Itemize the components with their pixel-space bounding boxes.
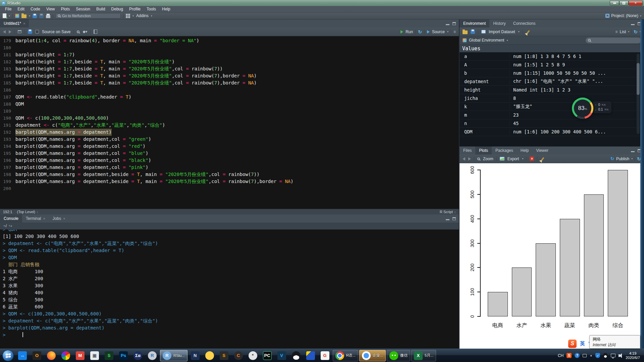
code-line-181[interactable]: 181barplot(height = 1:7) — [0, 51, 459, 58]
environment-scrollbar-thumb[interactable] — [637, 63, 640, 95]
next-plot-icon[interactable] — [468, 157, 471, 161]
sogou-ime-logo[interactable]: S — [568, 340, 577, 348]
plots-minimize-pane-icon[interactable] — [631, 149, 635, 152]
remove-plot-icon[interactable]: × — [530, 157, 534, 161]
console-maximize-pane-icon[interactable] — [452, 217, 456, 220]
doc-type-indicator[interactable]: R Script — [440, 210, 453, 214]
security-shield-icon[interactable]: ✓ — [595, 353, 600, 358]
taskbar-rstudio[interactable]: RRStu... — [160, 350, 187, 361]
code-line-197[interactable]: 197barplot(QDM,names.arg = depatment,col… — [0, 164, 459, 171]
environment-search-box[interactable] — [586, 38, 641, 43]
scope-indicator[interactable]: (Top Level) — [17, 210, 35, 214]
taskbar-spss[interactable]: Σα — [131, 350, 145, 362]
forward-icon[interactable] — [9, 30, 11, 34]
code-line-185[interactable]: 185barplot(height = 1:7,beside = T, main… — [0, 79, 459, 86]
environment-minimize-pane-icon[interactable] — [631, 22, 635, 25]
code-line-192[interactable]: 192barplot(QDM,names.arg = depatment) — [0, 129, 459, 136]
env-row-b[interactable]: bnum [1:15] 1000 50 50 50 50 50 ... — [460, 69, 644, 77]
publish-button[interactable]: Publish — [616, 157, 629, 161]
bar-水果[interactable] — [536, 243, 556, 317]
taskbar-utorrent[interactable]: C — [232, 350, 245, 362]
taskbar-picasa[interactable] — [59, 350, 72, 362]
document-outline-icon[interactable]: ≡ — [453, 29, 456, 34]
console-tab-terminal[interactable]: Terminal× — [22, 215, 49, 223]
taskbar-web-tool[interactable]: * — [246, 350, 260, 362]
panes-layout-icon[interactable] — [126, 14, 130, 18]
import-dataset-dropdown[interactable]: ▾ — [518, 30, 520, 33]
code-line-196[interactable]: 196barplot(QDM,names.arg = depatment,col… — [0, 157, 459, 164]
console-tab-jobs[interactable]: Jobs× — [49, 215, 69, 223]
start-button[interactable] — [2, 350, 14, 361]
minimize-button[interactable] — [610, 1, 619, 6]
find-replace-icon[interactable] — [77, 31, 79, 33]
code-line-180[interactable]: 180 — [0, 44, 459, 51]
taskbar-chrome[interactable]: R语... — [333, 350, 358, 361]
taskbar-share[interactable]: S — [102, 350, 116, 362]
env-row-a[interactable]: anum [1:8] 1 3 8 4 7 5 6 1 — [460, 52, 644, 61]
environment-tab-connections[interactable]: Connections — [509, 19, 539, 27]
env-row-QDM[interactable]: QDMnum [1:6] 100 200 300 400 500 6... — [460, 128, 644, 136]
previous-plot-icon[interactable] — [463, 157, 465, 161]
taskbar-qq[interactable] — [289, 350, 303, 362]
new-file-icon[interactable] — [3, 13, 6, 18]
taskbar-origin[interactable]: O — [30, 350, 44, 362]
menu-debug[interactable]: Debug — [108, 6, 126, 12]
net-speed-gauge[interactable]: 83% — [572, 98, 593, 119]
code-line-194[interactable]: 194barplot(QDM,names.arg = depatment,col… — [0, 143, 459, 150]
env-row-A[interactable]: Anum [1:5] 1 2 5 8 9 — [460, 61, 644, 69]
plots-tab-plots[interactable]: Plots — [475, 146, 492, 155]
volume-tray-icon[interactable] — [619, 354, 620, 357]
save-source-icon[interactable] — [28, 29, 32, 34]
console-minimize-pane-icon[interactable] — [446, 217, 449, 220]
bar-蔬菜[interactable] — [560, 219, 580, 316]
code-line-179[interactable]: 179barplot(1:4, col = rainbow(4), border… — [0, 37, 459, 44]
code-line-188[interactable]: 188QDM — [0, 101, 459, 108]
code-line-191[interactable]: 191depatment <- c("电商","水产","水果","蔬菜","肉… — [0, 122, 459, 129]
export-button[interactable]: Export — [507, 157, 519, 161]
addins-dropdown[interactable]: ▾ — [151, 14, 152, 17]
rerun-icon[interactable]: ↻ — [418, 29, 422, 35]
menu-build[interactable]: Build — [93, 6, 108, 12]
taskbar-pycharm[interactable]: PC — [261, 350, 274, 362]
code-line-189[interactable]: 189 — [0, 108, 459, 115]
restore-button[interactable] — [619, 1, 629, 6]
clear-all-plots-icon[interactable] — [541, 157, 544, 160]
menu-profile[interactable]: Profile — [126, 6, 144, 12]
bar-水产[interactable] — [512, 267, 532, 316]
taskbar-vscode[interactable]: V — [275, 350, 288, 362]
taskbar-remote-desktop[interactable]: ▣ — [88, 350, 101, 362]
code-line-195[interactable]: 195barplot(QDM,names.arg = depatment,col… — [0, 150, 459, 157]
console-output[interactable]: > QDM[1] 100 200 300 400 500 600> depatm… — [0, 230, 459, 349]
source-maximize-pane-icon[interactable] — [452, 22, 456, 25]
taskbar-baidu-pan[interactable] — [304, 350, 317, 362]
taskbar-teamviewer[interactable]: ↔ — [16, 350, 29, 362]
back-icon[interactable] — [3, 30, 6, 34]
env-row-depatment[interactable]: depatmentchr [1:6] "电商" "水产" "水果" "... — [460, 77, 644, 86]
language-indicator[interactable]: CH — [558, 353, 564, 358]
code-tools-icon[interactable]: ◆▾ — [83, 29, 87, 34]
menu-plots[interactable]: Plots — [58, 6, 73, 12]
code-line-199[interactable]: 199barplot(QDM,names.arg = depatment,bes… — [0, 178, 459, 185]
clear-environment-icon[interactable] — [527, 30, 530, 33]
code-line-200[interactable]: 200 — [0, 185, 459, 192]
sogou-tray-icon[interactable]: S — [567, 353, 572, 358]
source-minimize-pane-icon[interactable] — [446, 22, 449, 25]
taskbar-navicat[interactable]: N — [189, 350, 202, 362]
code-line-190[interactable]: 190QDM <- c(100,200,300,400,500,600) — [0, 115, 459, 122]
source-on-save-checkbox[interactable] — [35, 30, 39, 34]
code-line-187[interactable]: 187QDM <- read.table("clipboard",header … — [0, 94, 459, 101]
menu-session[interactable]: Session — [73, 6, 93, 12]
code-line-182[interactable]: 182barplot(height = 1:7,beside = T, main… — [0, 58, 459, 65]
panes-dropdown[interactable]: ▾ — [132, 14, 134, 17]
taskbar-photoshop[interactable]: Ps — [117, 350, 130, 362]
export-dropdown[interactable]: ▾ — [522, 157, 523, 160]
run-button[interactable]: Run — [406, 29, 413, 34]
new-file-dropdown[interactable]: ▾ — [9, 14, 10, 17]
close-tab-icon[interactable]: × — [23, 21, 25, 25]
qq-tray-icon[interactable] — [603, 353, 608, 358]
env-row-jicha[interactable]: jicha8 — [460, 94, 644, 103]
taskbar-mindmaster[interactable]: M — [73, 350, 87, 362]
source-button[interactable]: Source — [432, 29, 445, 34]
bar-电商[interactable] — [488, 292, 508, 316]
close-tab-icon[interactable]: × — [63, 217, 65, 221]
